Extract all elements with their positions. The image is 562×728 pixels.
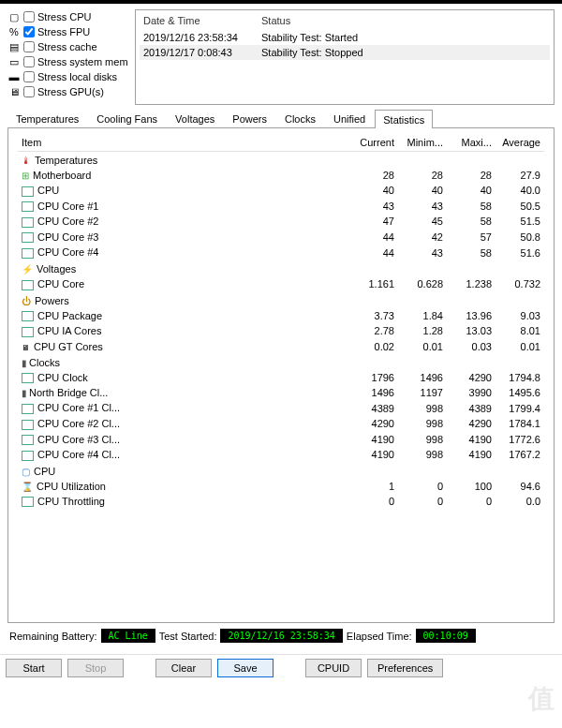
item-name: CPU Core #4 Cl... — [37, 449, 120, 460]
sq-green-icon — [22, 327, 34, 337]
tab-voltages[interactable]: Voltages — [167, 109, 223, 127]
col-max[interactable]: Maxi... — [447, 134, 495, 152]
tab-statistics[interactable]: Statistics — [375, 110, 433, 128]
val-avg: 0.732 — [495, 276, 544, 292]
stress-option-stress-cache[interactable]: ▤Stress cache — [7, 39, 131, 54]
table-row[interactable]: CPU IA Cores2.781.2813.038.01 — [18, 323, 544, 339]
stress-checkbox[interactable] — [23, 41, 35, 52]
table-row[interactable]: CPU Throttling0000.0 — [18, 494, 544, 510]
table-row[interactable]: CPU Utilization1010094.6 — [18, 479, 544, 494]
item-name: CPU Throttling — [37, 496, 105, 507]
stats-table: Item Current Minim... Maxi... Average Te… — [18, 134, 544, 509]
val-current: 2.78 — [349, 323, 398, 339]
table-row[interactable]: Motherboard28282827.9 — [18, 168, 544, 183]
table-row[interactable]: CPU Core #2 Cl...429099842901784.1 — [18, 416, 544, 432]
stress-checkbox[interactable] — [23, 56, 35, 67]
group-temperatures[interactable]: Temperatures — [18, 152, 544, 169]
val-avg: 1799.4 — [495, 400, 544, 416]
val-max: 1.238 — [447, 276, 495, 292]
val-min: 43 — [398, 245, 447, 260]
val-min: 43 — [398, 199, 447, 215]
sq-green-icon — [22, 186, 34, 197]
val-min: 1.84 — [398, 308, 447, 324]
val-max: 57 — [447, 230, 495, 245]
therm-ico — [22, 155, 31, 166]
col-current[interactable]: Current — [349, 134, 398, 152]
table-row[interactable]: CPU40404040.0 — [18, 183, 544, 199]
tab-temperatures[interactable]: Temperatures — [7, 109, 87, 127]
table-row[interactable]: CPU Core #344425750.8 — [18, 230, 544, 245]
stress-checkbox[interactable] — [23, 86, 35, 97]
val-avg: 40.0 — [495, 183, 544, 199]
val-current: 40 — [349, 183, 398, 199]
table-row[interactable]: CPU Core #247455851.5 — [18, 214, 544, 230]
stress-options: ▢Stress CPU%Stress FPU▤Stress cache▭Stre… — [7, 9, 131, 105]
preferences-button[interactable]: Preferences — [367, 659, 443, 677]
battery-label: Remaining Battery: — [9, 631, 97, 642]
stress-option-stress-cpu[interactable]: ▢Stress CPU — [7, 9, 131, 24]
sq-green-icon — [22, 311, 34, 321]
clear-button[interactable]: Clear — [155, 659, 212, 677]
stress-option-stress-system-mem[interactable]: ▭Stress system mem — [7, 54, 131, 69]
table-row[interactable]: CPU Core #3 Cl...419099841901772.6 — [18, 432, 544, 448]
val-min: 0 — [398, 479, 447, 494]
sq-green-icon — [22, 373, 34, 383]
table-row[interactable]: CPU Package3.731.8413.969.03 — [18, 308, 544, 324]
stress-label: Stress cache — [37, 41, 97, 52]
stress-option-stress-local-disks[interactable]: ▬Stress local disks — [7, 69, 131, 84]
val-avg: 51.6 — [495, 245, 544, 260]
tab-powers[interactable]: Powers — [224, 109, 275, 127]
log-status: Stability Test: Stopped — [261, 47, 546, 58]
item-name: CPU IA Cores — [37, 325, 101, 336]
stress-option-stress-gpu-s-[interactable]: 🖥Stress GPU(s) — [7, 84, 131, 99]
table-row[interactable]: CPU Core #143435850.5 — [18, 199, 544, 215]
cpuid-button[interactable]: CPUID — [305, 659, 362, 677]
tab-clocks[interactable]: Clocks — [276, 109, 324, 127]
col-avg[interactable]: Average — [495, 134, 544, 152]
group-voltages[interactable]: Voltages — [18, 260, 544, 276]
table-row[interactable]: CPU Core #1 Cl...438999843891799.4 — [18, 400, 544, 416]
table-row[interactable]: CPU Core #444435851.6 — [18, 245, 544, 260]
table-row[interactable]: CPU GT Cores0.020.010.030.01 — [18, 339, 544, 354]
log-row[interactable]: 2019/12/17 0:08:43Stability Test: Stoppe… — [140, 45, 550, 60]
col-item[interactable]: Item — [18, 134, 349, 152]
val-avg: 50.8 — [495, 230, 544, 245]
item-name: CPU Core #3 Cl... — [37, 434, 120, 445]
table-row[interactable]: CPU Core1.1610.6281.2380.732 — [18, 276, 544, 292]
val-avg: 27.9 — [495, 168, 544, 183]
stop-button[interactable]: Stop — [67, 659, 124, 677]
log-datetime: 2019/12/17 0:08:43 — [143, 47, 261, 58]
table-row[interactable]: CPU Core #4 Cl...419099841901767.2 — [18, 447, 544, 463]
col-min[interactable]: Minim... — [398, 134, 447, 152]
cache-icon: ▤ — [7, 40, 21, 53]
log-row[interactable]: 2019/12/16 23:58:34Stability Test: Start… — [140, 30, 550, 45]
group-label: Clocks — [29, 357, 60, 368]
sq-green-icon — [22, 497, 34, 507]
tab-unified[interactable]: Unified — [325, 109, 374, 127]
save-button[interactable]: Save — [217, 659, 274, 677]
val-min: 0.628 — [398, 276, 447, 292]
table-row[interactable]: North Bridge Cl...1496119739901495.6 — [18, 385, 544, 400]
log-header-status: Status — [261, 15, 546, 26]
tab-cooling-fans[interactable]: Cooling Fans — [88, 109, 166, 127]
sq-green-icon — [22, 248, 34, 259]
group-powers[interactable]: Powers — [18, 292, 544, 308]
stress-checkbox[interactable] — [23, 11, 35, 22]
stress-label: Stress system mem — [37, 56, 128, 67]
volt-ico — [22, 263, 33, 275]
group-cpu[interactable]: CPU — [18, 463, 544, 479]
stress-option-stress-fpu[interactable]: %Stress FPU — [7, 24, 131, 39]
val-max: 4290 — [447, 416, 495, 432]
start-button[interactable]: Start — [6, 659, 62, 677]
stress-checkbox[interactable] — [23, 26, 35, 37]
val-current: 1796 — [349, 370, 398, 386]
val-min: 1496 — [398, 370, 447, 386]
group-clocks[interactable]: Clocks — [18, 354, 544, 370]
val-avg: 0.01 — [495, 339, 544, 354]
table-row[interactable]: CPU Clock1796149642901794.8 — [18, 370, 544, 386]
mb-ico — [22, 170, 29, 181]
stress-checkbox[interactable] — [23, 71, 35, 82]
sq-green-icon — [22, 420, 34, 430]
val-current: 4190 — [349, 447, 398, 463]
event-log: Date & Time Status 2019/12/16 23:58:34St… — [135, 9, 555, 105]
